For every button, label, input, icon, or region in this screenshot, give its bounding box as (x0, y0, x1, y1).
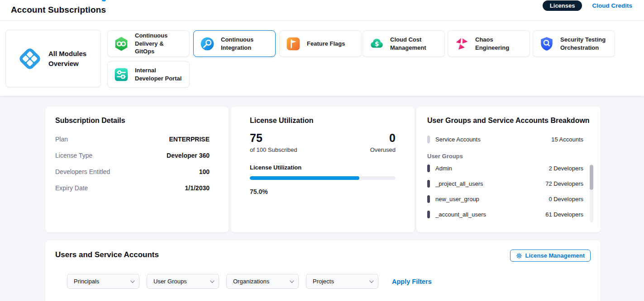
user-groups-list: Admin 2 Developers _project_all_users 72… (427, 160, 590, 222)
user-group-bar-icon (427, 195, 430, 203)
overused-count: 0 (389, 132, 396, 145)
user-group-row: _project_all_users 72 Developers (427, 176, 590, 191)
user-group-count: 61 Developers (545, 211, 583, 218)
internal-dev-portal-icon (114, 67, 129, 82)
module-card-label: Continuous Integration (221, 36, 271, 52)
user-group-bar-icon (427, 180, 430, 188)
license-management-button[interactable]: License Management (510, 249, 591, 262)
module-card-internal-developer-portal[interactable]: Internal Developer Portal (107, 61, 190, 88)
user-groups-scrollbar-thumb[interactable] (590, 165, 593, 190)
ci-icon (200, 36, 215, 52)
filter-dropdown-projects[interactable]: Projects (306, 274, 378, 289)
filter-dropdown-label: User Groups (153, 278, 187, 285)
user-group-name: Admin (435, 165, 452, 172)
cloud-credits-tab[interactable]: Cloud Credits (592, 2, 632, 9)
service-accounts-value: 15 Accounts (551, 136, 583, 143)
license-utilization-title: License Utilization (250, 117, 396, 125)
module-card-cloud-cost-management[interactable]: $ Cloud Cost Management (363, 30, 445, 57)
module-card-feature-flags[interactable]: Feature Flags (279, 30, 362, 57)
svg-text:$: $ (375, 41, 379, 47)
filter-dropdown-organizations[interactable]: Organizations (226, 274, 299, 289)
user-group-row: new_user_group 0 Developers (427, 191, 590, 207)
service-accounts-label: Service Accounts (435, 136, 481, 143)
license-utilization-card: License Utilization 75 0 of 100 Subscrib… (231, 107, 415, 232)
subscription-row-label: Plan (55, 136, 68, 143)
subscription-row-label: Expiry Date (55, 184, 88, 192)
filter-dropdown-user-groups[interactable]: User Groups (147, 274, 219, 289)
module-card-label: Continuous Delivery & GitOps (135, 32, 185, 56)
user-group-name: new_user_group (435, 196, 479, 202)
utilization-progress-fill (250, 176, 359, 180)
subscription-row: Expiry Date 1/1/2030 (55, 180, 219, 196)
filter-dropdown-label: Organizations (233, 278, 269, 285)
feature-flags-icon (286, 36, 301, 52)
module-selector-band: All Modules Overview Continuous Delivery… (0, 21, 644, 96)
module-card-chaos-engineering[interactable]: Chaos Engineering (448, 30, 530, 57)
module-card-continuous-delivery-gitops[interactable]: Continuous Delivery & GitOps (107, 30, 190, 57)
cd-gitops-icon (114, 36, 129, 52)
module-card-label: Security Testing Orchestration (560, 36, 610, 52)
filter-dropdown-principals[interactable]: Principals (67, 274, 139, 289)
user-group-row: _account_all_users 61 Developers (427, 207, 590, 222)
breakdown-title: User Groups and Service Accounts Breakdo… (427, 117, 590, 125)
subscription-row-label: Developers Entitled (55, 168, 110, 175)
user-group-count: 0 Developers (549, 196, 583, 202)
subscription-row-value: Developer 360 (167, 152, 210, 159)
module-card-security-testing-orchestration[interactable]: Security Testing Orchestration (533, 30, 615, 57)
module-card-label: Feature Flags (307, 40, 345, 48)
subscription-row-value: ENTERPRISE (169, 136, 210, 143)
breakdown-card: User Groups and Service Accounts Breakdo… (416, 107, 601, 232)
subscription-details-title: Subscription Details (55, 117, 219, 125)
subscription-row: Plan ENTERPRISE (55, 131, 219, 147)
filter-dropdown-label: Principals (74, 278, 99, 285)
module-card-label: Internal Developer Portal (135, 66, 185, 82)
page-title: Account Subscriptions (11, 5, 106, 15)
user-group-name: _project_all_users (435, 180, 483, 187)
filter-dropdown-label: Projects (313, 278, 334, 285)
subscription-details-rows: Plan ENTERPRISELicense Type Developer 36… (55, 131, 219, 196)
users-and-service-accounts-card: Users and Service Accounts (45, 240, 601, 301)
module-card-continuous-integration[interactable]: Continuous Integration (193, 30, 276, 57)
chevron-down-icon (290, 278, 294, 283)
security-testing-icon (539, 36, 554, 52)
gear-icon (516, 253, 522, 259)
subscription-row-value: 1/1/2030 (185, 184, 210, 192)
subscription-row: License Type Developer 360 (55, 147, 219, 164)
user-groups-scrollbar[interactable] (590, 164, 593, 222)
subscription-row-label: License Type (55, 152, 92, 159)
subscription-details-card: Subscription Details Plan ENTERPRISELice… (45, 107, 229, 232)
chevron-down-icon (130, 278, 135, 283)
user-group-count: 72 Developers (545, 180, 583, 187)
subscription-row: Developers Entitled 100 (55, 164, 219, 180)
cloud-cost-icon: $ (369, 36, 384, 52)
chevron-down-icon (369, 278, 374, 283)
account-subscriptions-page: Account Subscriptions Licenses Cloud Cre… (0, 0, 644, 301)
apply-filters-link[interactable]: Apply Filters (392, 278, 432, 285)
licenses-tab[interactable]: Licenses (543, 0, 582, 11)
user-group-bar-icon (427, 165, 430, 172)
module-card-label: Chaos Engineering (475, 36, 525, 52)
utilization-bar-label: License Utilization (250, 164, 396, 171)
user-group-row: Admin 2 Developers (427, 160, 590, 176)
chaos-engineering-icon (454, 36, 469, 52)
user-group-count: 2 Developers (549, 165, 583, 172)
utilization-captions: of 100 Subscribed Overused (250, 146, 396, 153)
user-group-name: _account_all_users (435, 211, 486, 218)
used-caption: of 100 Subscribed (250, 146, 297, 153)
header-nav: Licenses Cloud Credits (543, 0, 632, 11)
chevron-down-icon (210, 278, 215, 283)
user-groups-label: User Groups (427, 153, 590, 160)
all-modules-overview-card[interactable]: All Modules Overview (5, 30, 101, 87)
clipped-icon-fragment (102, 0, 106, 1)
service-accounts-bar-icon (427, 136, 430, 143)
used-count: 75 (250, 132, 262, 145)
utilization-percent: 75.0% (250, 188, 396, 195)
all-modules-overview-label: All Modules Overview (48, 49, 92, 69)
overused-caption: Overused (370, 146, 396, 153)
content-area: Subscription Details Plan ENTERPRISELice… (0, 96, 644, 301)
subscription-row-value: 100 (199, 168, 210, 175)
module-card-label: Cloud Cost Management (390, 36, 440, 52)
service-accounts-row: Service Accounts 15 Accounts (427, 133, 590, 146)
all-modules-icon (18, 47, 42, 71)
utilization-numbers: 75 0 (250, 132, 396, 145)
